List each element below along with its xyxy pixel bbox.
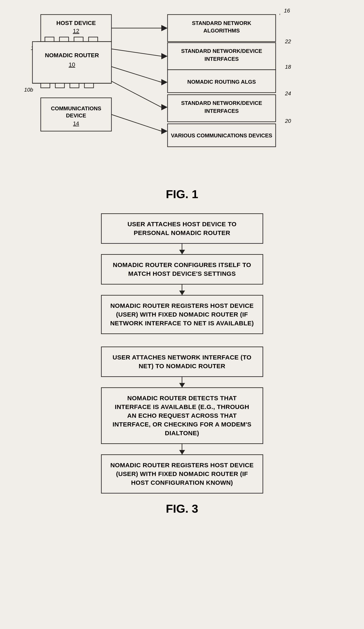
svg-line-30 [111, 115, 161, 131]
flow-box-5: NOMADIC ROUTER DETECTS THAT INTERFACE IS… [101, 387, 263, 444]
flow-box-1: USER ATTACHES HOST DEVICE TO PERSONAL NO… [101, 213, 263, 244]
flowchart: USER ATTACHES HOST DEVICE TO PERSONAL NO… [12, 213, 352, 493]
flow-arrow-1 [182, 244, 182, 254]
svg-text:20: 20 [285, 118, 291, 124]
fig1-svg: HOST DEVICE 12 10a NOMADIC ROUTER 10 [16, 8, 348, 183]
svg-text:VARIOUS COMMUNICATIONS DEVICES: VARIOUS COMMUNICATIONS DEVICES [171, 132, 272, 139]
flow-arrow-4 [182, 444, 182, 454]
svg-marker-27 [161, 79, 168, 85]
svg-text:NOMADIC ROUTING ALGS: NOMADIC ROUTING ALGS [187, 79, 256, 85]
fig3-label: FIG. 3 [12, 502, 352, 515]
svg-text:NOMADIC ROUTER: NOMADIC ROUTER [45, 52, 99, 58]
svg-text:24: 24 [285, 90, 291, 97]
page: HOST DEVICE 12 10a NOMADIC ROUTER 10 [0, 0, 364, 629]
svg-rect-15 [70, 83, 79, 88]
svg-text:12: 12 [73, 28, 79, 34]
svg-text:HOST DEVICE: HOST DEVICE [56, 20, 96, 26]
svg-line-24 [111, 49, 161, 56]
svg-rect-5 [59, 37, 69, 42]
svg-text:COMMUNICATIONS: COMMUNICATIONS [51, 105, 101, 112]
fig1-label: FIG. 1 [12, 187, 352, 201]
svg-text:STANDARD NETWORK/DEVICE: STANDARD NETWORK/DEVICE [181, 100, 262, 106]
svg-line-28 [111, 81, 161, 107]
svg-text:18: 18 [285, 64, 291, 70]
svg-marker-23 [161, 25, 168, 31]
svg-rect-13 [41, 83, 50, 88]
flow-arrow-3 [182, 377, 182, 387]
fig1-diagram-container: HOST DEVICE 12 10a NOMADIC ROUTER 10 [12, 8, 352, 183]
svg-rect-4 [45, 37, 54, 42]
svg-marker-25 [161, 53, 168, 59]
flow-box-2: NOMADIC ROUTER CONFIGURES ITSELF TO MATC… [101, 254, 263, 285]
svg-rect-6 [74, 37, 83, 42]
fig3-section: USER ATTACHES HOST DEVICE TO PERSONAL NO… [12, 213, 352, 515]
svg-rect-7 [89, 37, 98, 42]
flow-box-6: NOMADIC ROUTER REGISTERS HOST DEVICE (US… [101, 454, 263, 493]
svg-line-26 [111, 67, 161, 82]
fig1-section: HOST DEVICE 12 10a NOMADIC ROUTER 10 [12, 8, 352, 201]
svg-rect-14 [55, 83, 64, 88]
flow-box-3: NOMADIC ROUTER REGISTERS HOST DEVICE (US… [101, 295, 263, 334]
flow-arrow-2 [182, 285, 182, 295]
svg-text:10: 10 [69, 61, 75, 68]
svg-text:INTERFACES: INTERFACES [204, 108, 239, 114]
svg-marker-31 [161, 128, 168, 134]
svg-text:22: 22 [285, 38, 291, 44]
flow-box-4: USER ATTACHES NETWORK INTERFACE (TO NET)… [101, 346, 263, 377]
svg-text:STANDARD NETWORK/DEVICE: STANDARD NETWORK/DEVICE [181, 48, 262, 54]
svg-text:10b: 10b [24, 87, 33, 93]
svg-marker-29 [161, 104, 168, 110]
svg-text:ALGORITHMS: ALGORITHMS [203, 27, 240, 34]
svg-rect-16 [85, 83, 93, 88]
svg-text:DEVICE: DEVICE [66, 112, 86, 119]
svg-text:14: 14 [73, 120, 79, 127]
svg-text:16: 16 [284, 8, 290, 14]
svg-text:INTERFACES: INTERFACES [204, 56, 239, 62]
svg-text:STANDARD NETWORK: STANDARD NETWORK [192, 20, 251, 26]
